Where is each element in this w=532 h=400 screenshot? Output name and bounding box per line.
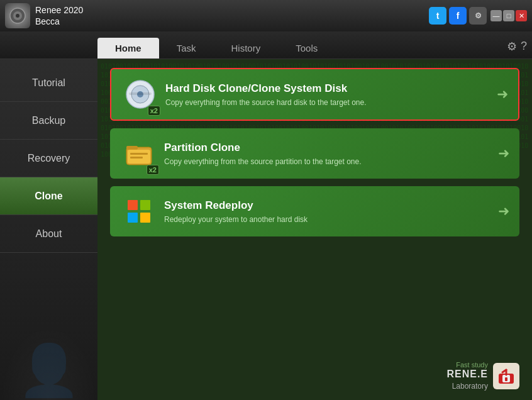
help-icon[interactable]: ? (521, 40, 527, 53)
partition-icon: x2 (120, 135, 158, 172)
svg-rect-15 (140, 213, 150, 223)
minimize-button[interactable]: — (490, 10, 502, 21)
tab-task[interactable]: Task (159, 38, 214, 58)
cards-container: x2 Hard Disk Clone/Clone System Disk Cop… (110, 68, 519, 236)
svg-point-2 (16, 14, 19, 18)
nav-bar: Home Task History Tools ⚙ ? (0, 31, 532, 59)
app-settings-icon[interactable]: ⚙ (469, 7, 487, 25)
svg-rect-6 (129, 92, 152, 95)
bottom-branding: Fast study RENE.E Laboratory (446, 361, 519, 391)
main-layout: Tutorial Backup Recovery Clone About 👤 0… (0, 59, 532, 400)
card-2-desc: Copy everything from the source partitio… (164, 157, 492, 166)
sidebar-item-clone[interactable]: Clone (0, 177, 97, 215)
x2-badge-2: x2 (147, 165, 159, 175)
x2-badge-1: x2 (148, 106, 160, 116)
brand-name: RENE.E (446, 369, 488, 379)
sidebar-item-recovery[interactable]: Recovery (0, 140, 97, 177)
svg-rect-12 (128, 200, 138, 210)
brand-logo (493, 363, 519, 389)
twitter-button[interactable]: t (429, 7, 446, 25)
card-2-title: Partition Clone (164, 142, 492, 154)
svg-rect-13 (140, 200, 150, 210)
card-hard-disk-clone[interactable]: x2 Hard Disk Clone/Clone System Disk Cop… (110, 68, 519, 121)
sidebar: Tutorial Backup Recovery Clone About 👤 (0, 59, 97, 400)
card-1-title: Hard Disk Clone/Clone System Disk (165, 82, 490, 95)
maximize-button[interactable]: □ (503, 10, 514, 21)
card-3-arrow: ➜ (498, 203, 509, 219)
card-3-title: System Redeploy (164, 199, 492, 212)
content-area: 0101001010100101010010101001010100101010… (97, 59, 532, 400)
brand-label: Fast study RENE.E Laboratory (446, 361, 488, 391)
card-partition-clone[interactable]: x2 Partition Clone Copy everything from … (110, 128, 519, 179)
card-1-text: Hard Disk Clone/Clone System Disk Copy e… (159, 82, 490, 107)
tab-home[interactable]: Home (97, 38, 159, 58)
svg-rect-8 (126, 146, 138, 150)
brand-sub: Laboratory (452, 382, 488, 391)
card-1-desc: Copy everything from the source hard dis… (165, 98, 490, 107)
app-logo (5, 3, 30, 28)
settings-icon[interactable]: ⚙ (507, 40, 517, 53)
card-2-arrow: ➜ (498, 145, 509, 162)
card-2-text: Partition Clone Copy everything from the… (158, 142, 492, 166)
svg-rect-11 (130, 157, 143, 158)
close-button[interactable]: ✕ (516, 10, 527, 21)
card-system-redeploy[interactable]: System Redeploy Redeploy your system to … (110, 186, 519, 236)
sidebar-item-backup[interactable]: Backup (0, 102, 97, 140)
title-bar: Renee 2020 Becca t f ⚙ — □ ✕ (0, 0, 532, 31)
tab-history[interactable]: History (214, 38, 279, 58)
social-buttons: t f ⚙ (429, 7, 487, 25)
windows-icon (120, 192, 158, 230)
brand-fast-study: Fast study (446, 361, 488, 369)
ghost-decoration: 👤 (18, 341, 80, 400)
sidebar-item-about[interactable]: About (0, 215, 97, 253)
sidebar-item-tutorial[interactable]: Tutorial (0, 64, 97, 102)
svg-rect-20 (505, 377, 507, 381)
nav-icons: ⚙ ? (507, 40, 532, 58)
svg-rect-14 (128, 213, 138, 223)
card-1-arrow: ➜ (497, 86, 508, 103)
facebook-button[interactable]: f (449, 7, 467, 25)
hard-disk-icon: x2 (121, 75, 159, 113)
tab-tools[interactable]: Tools (278, 38, 335, 58)
window-controls: — □ ✕ (490, 10, 527, 21)
svg-rect-10 (130, 153, 148, 155)
card-3-desc: Redeploy your system to another hard dis… (164, 215, 492, 224)
card-3-text: System Redeploy Redeploy your system to … (158, 199, 492, 224)
app-title: Renee 2020 Becca (35, 4, 83, 27)
